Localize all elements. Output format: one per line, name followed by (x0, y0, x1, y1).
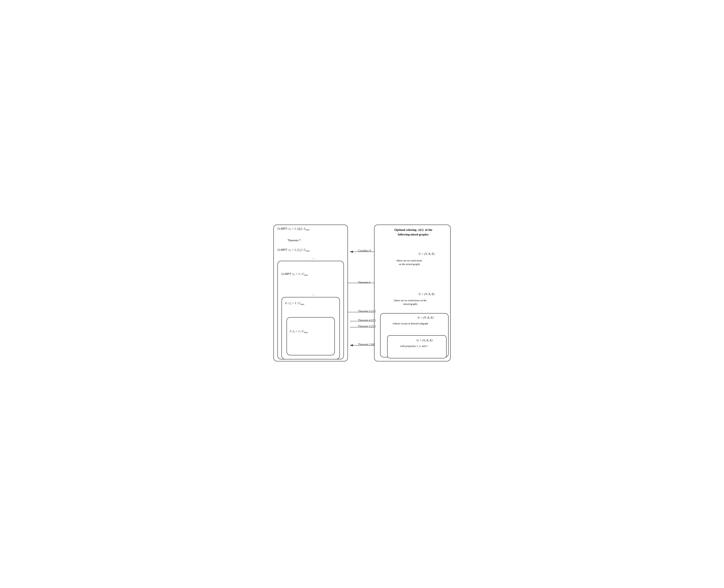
theorem2-label: Theorem 2 [4] (358, 343, 374, 346)
theorem6-label: Theorem 6 (358, 281, 370, 284)
dots-middle: … (312, 292, 315, 296)
right-middle-graph-desc: (there are no restrictions on themixed g… (377, 299, 443, 306)
theorem4-label: Theorem 4 [23] (358, 319, 376, 322)
right-bottom-graph-desc: without circuits in directed subgraph (378, 322, 442, 325)
right-innermost-graph-desc: with properties 1, 2, and 3 (388, 344, 439, 348)
diagram-container: GcMPT | ti = 1, [di] | Lmax Theorem 7 Gc… (271, 220, 453, 368)
right-bottom-graph-label: G = (V, A, E) (418, 316, 433, 320)
right-top-graph-label: G = (V, A, E) (418, 252, 434, 256)
dots-top: … (312, 256, 315, 260)
right-middle-graph-label: G = (V, A, E) (418, 292, 434, 296)
gcmpt-cmax-label: GcMPT | ti = 1 | Cmax (282, 272, 308, 277)
gcmpt-lmax-label: GcMPT | ti = 1, [di] | Lmax (277, 227, 310, 231)
right-innermost-graph-label: G = (V, A, E) (417, 338, 432, 342)
theorem7-label: Theorem 7 (288, 239, 301, 242)
left-innermost-box (287, 317, 335, 355)
theorem3-label: Theorem 3 [23] (358, 325, 376, 328)
right-header: Optimal coloring c(G) of thefollowing mi… (378, 228, 449, 237)
g-cmax-label: G | ti = 1 | Cmax (285, 301, 304, 306)
theorem5-label: Theorem 5 [23] (358, 310, 376, 313)
right-top-graph-desc: (there are no restrictionson the mixed g… (378, 259, 440, 266)
corollary8-label: Corollary 8 (358, 249, 371, 252)
j-cmax-label: J | ti = 1 | Cmax (290, 329, 308, 334)
gcmpt-cmax-ri-label: GcMPT | ti = 1, [ri] | Cmax (277, 248, 310, 253)
